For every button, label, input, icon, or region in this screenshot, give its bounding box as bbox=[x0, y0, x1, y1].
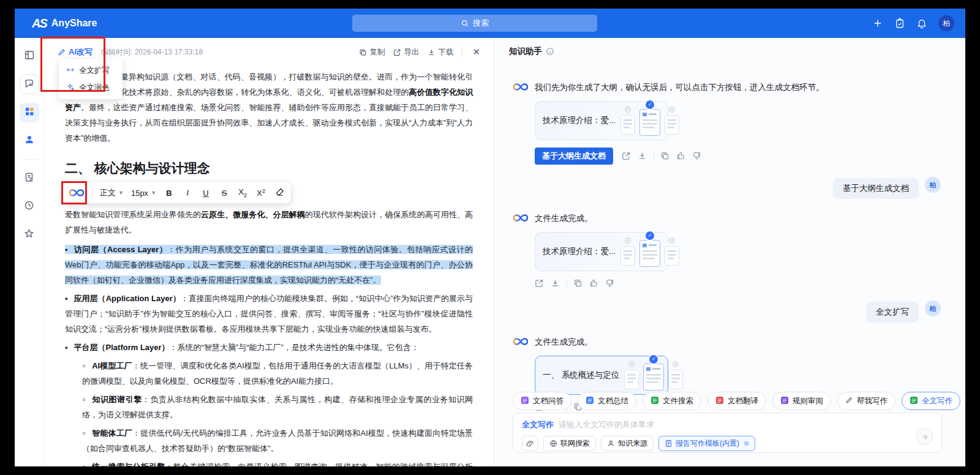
download-doc-button[interactable]: 下载 bbox=[428, 47, 453, 58]
superscript-button[interactable]: X2 bbox=[255, 188, 266, 198]
user-small-icon bbox=[607, 439, 615, 447]
ai-menu-item-全文扩写[interactable]: 全文扩写 bbox=[59, 62, 123, 79]
underline-button[interactable]: U bbox=[200, 189, 211, 198]
document-body[interactable]: （LLM）以及海量异构知识源（文档、对话、代码、音视频），打破数据与知识的壁垒。… bbox=[65, 65, 473, 466]
sidebar-item-doc-settings[interactable] bbox=[20, 168, 39, 188]
export-icon[interactable] bbox=[535, 279, 545, 288]
template-chip[interactable]: 报告写作模板(内置)⊗ bbox=[658, 436, 755, 451]
ai-rewrite-button[interactable]: AI改写 bbox=[58, 47, 92, 58]
template-thumb-right[interactable] bbox=[668, 370, 683, 392]
generate-doc-from-outline-button[interactable]: 基于大纲生成文档 bbox=[535, 148, 613, 165]
polish-sparkle-icon bbox=[66, 83, 75, 93]
sidebar-item-layout-panel[interactable] bbox=[20, 47, 39, 66]
global-search-input[interactable]: 搜索 bbox=[352, 15, 597, 32]
subscript-button[interactable]: X2 bbox=[237, 187, 248, 198]
template-thumbnails: ✓ ✓ ✓ bbox=[620, 103, 679, 138]
download-icon[interactable] bbox=[638, 151, 647, 161]
doc-card-title: 技术原理介绍：爱... bbox=[543, 115, 616, 126]
ai-menu-item-全文润色[interactable]: 全文润色 bbox=[59, 79, 123, 96]
skill-chip-全文写作[interactable]: 全文写作 bbox=[902, 392, 960, 410]
ai-assistant-logo-icon[interactable] bbox=[69, 189, 85, 199]
search-icon bbox=[461, 19, 469, 28]
skill-chip-文档翻译[interactable]: 文档翻译 bbox=[707, 392, 766, 410]
doc-sub-bullet-item: ○智能体工厂：提供低代码/无代码的编排工具，允许业务人员基于知识网络和AI模型，… bbox=[82, 425, 473, 456]
doc-sub-bullet-item: ○统一搜索与分析引擎：整合关键词检索、向量语义检索、图谱查询，提供精准、智能的跨… bbox=[82, 459, 473, 466]
sidebar-item-user[interactable] bbox=[20, 131, 39, 151]
remove-template-icon[interactable]: ⊗ bbox=[744, 439, 749, 447]
tasks-clipboard-icon[interactable] bbox=[894, 18, 905, 29]
skill-chip-规则审阅[interactable]: 规则审阅 bbox=[772, 392, 831, 410]
composer[interactable]: 全文写作 请输入全文写作的具体要求 联网搜索 知识来源 报告写作模板(内置)⊗ bbox=[513, 413, 942, 453]
doc-bullet-item: •访问层（Access Layer）：作为用户与系统交互的窗口，提供全渠道、一致… bbox=[65, 242, 473, 288]
doc-translate-icon bbox=[715, 396, 724, 406]
doc-bullet-item: •应用层（Application Layer）：直接面向终端用户的核心功能模块集… bbox=[65, 291, 473, 337]
sidebar-item-history-clock[interactable] bbox=[20, 196, 39, 216]
bell-icon[interactable] bbox=[916, 18, 927, 29]
template-thumb-left[interactable] bbox=[620, 115, 635, 137]
knowledge-source-button[interactable]: 知识来源 bbox=[601, 436, 654, 451]
send-button[interactable] bbox=[916, 428, 933, 445]
assistant-title: 知识助手 bbox=[509, 46, 542, 57]
skill-chip-文件搜索[interactable]: 文件搜索 bbox=[643, 392, 701, 410]
template-thumb-right[interactable] bbox=[665, 246, 679, 268]
template-thumb-selected[interactable] bbox=[639, 240, 660, 269]
doc-heading-1: 二、 核心架构与设计理念 bbox=[65, 159, 473, 178]
copy-icon[interactable] bbox=[573, 279, 583, 288]
rule-review-icon bbox=[780, 396, 789, 406]
file-search-icon bbox=[650, 396, 659, 406]
template-doc-icon bbox=[665, 439, 673, 447]
thumb-down-icon[interactable] bbox=[605, 279, 615, 288]
skill-chip-文档总结[interactable]: 文档总结 bbox=[578, 392, 636, 410]
user-avatar: 柏 bbox=[925, 301, 941, 316]
assistant-message-text: 我们先为你生成了大纲，确认无误后，可以点击下方按钮，进入生成文档环节。 bbox=[535, 81, 824, 95]
strikethrough-button[interactable]: S bbox=[219, 189, 230, 198]
skill-chip-文档问答[interactable]: 文档问答 bbox=[513, 392, 571, 410]
attach-button[interactable] bbox=[522, 436, 538, 451]
plus-icon[interactable] bbox=[872, 18, 883, 29]
generated-doc-card[interactable]: 技术原理介绍：爱... ✓ ✓ ✓ bbox=[535, 232, 668, 271]
copy-doc-button[interactable]: 复制 bbox=[359, 47, 385, 58]
generated-doc-card[interactable]: 技术原理介绍：爱... ✓ ✓ ✓ bbox=[535, 101, 668, 140]
italic-button[interactable]: I bbox=[182, 188, 193, 198]
template-thumb-left[interactable] bbox=[620, 246, 635, 268]
export-icon bbox=[393, 48, 401, 56]
sidebar-item-star[interactable] bbox=[20, 225, 39, 244]
export-doc-button[interactable]: 导出 bbox=[393, 47, 419, 58]
sidebar-item-assistant-chat[interactable] bbox=[20, 75, 39, 94]
doc-paragraph: 爱数智能知识管理系统采用业界领先的云原生、微服务化、分层解耦的现代软件架构设计，… bbox=[65, 207, 473, 238]
assistant-message-text: 文件生成完成。 bbox=[535, 336, 593, 350]
brand-name: AnyShare bbox=[51, 18, 97, 29]
user-message-bubble: 基于大纲生成文档 bbox=[833, 178, 919, 199]
assistant-logo-icon bbox=[513, 214, 529, 226]
paragraph-style-select[interactable]: 正文▼ bbox=[100, 187, 124, 198]
download-icon[interactable] bbox=[551, 279, 560, 288]
skill-chip-帮我写作[interactable]: 帮我写作 bbox=[837, 392, 895, 410]
bold-button[interactable]: B bbox=[164, 189, 175, 198]
copy-icon[interactable] bbox=[660, 151, 670, 161]
radio-unselected-icon: ✓ bbox=[669, 107, 675, 113]
thumb-up-icon[interactable] bbox=[676, 151, 686, 161]
check-selected-icon: ✓ bbox=[649, 355, 658, 364]
thumb-down-icon[interactable] bbox=[692, 151, 702, 161]
template-thumb-right[interactable] bbox=[665, 115, 679, 137]
chat-thread: 我们先为你生成了大纲，确认无误后，可以点击下方按钮，进入生成文档环节。技术原理介… bbox=[494, 62, 965, 412]
radio-unselected-icon: ✓ bbox=[625, 238, 631, 244]
sidebar-item-apps-grid[interactable] bbox=[20, 103, 39, 122]
anyshare-logo[interactable]: AS AnyShare bbox=[32, 17, 97, 31]
clear-format-eraser-icon[interactable] bbox=[274, 187, 285, 198]
user-avatar[interactable]: 柏 bbox=[938, 15, 954, 31]
thumb-up-icon[interactable] bbox=[589, 279, 599, 288]
template-thumb-selected[interactable] bbox=[639, 109, 660, 138]
doc-settings-icon bbox=[24, 172, 34, 185]
font-size-select[interactable]: 15px▼ bbox=[131, 189, 156, 198]
sidebar-divider bbox=[22, 159, 37, 160]
close-document-icon[interactable]: ✕ bbox=[472, 47, 480, 58]
export-icon[interactable] bbox=[622, 151, 631, 161]
info-icon[interactable] bbox=[546, 47, 554, 56]
template-thumb-selected[interactable] bbox=[643, 364, 664, 393]
generated-doc-card[interactable]: 一、 系统概述与定位 ✓ ✓ ✓ bbox=[535, 356, 668, 395]
assistant-logo-icon bbox=[513, 83, 529, 95]
web-search-toggle[interactable]: 联网搜索 bbox=[543, 436, 596, 451]
template-thumb-left[interactable] bbox=[624, 370, 639, 392]
history-clock-icon bbox=[24, 200, 34, 213]
